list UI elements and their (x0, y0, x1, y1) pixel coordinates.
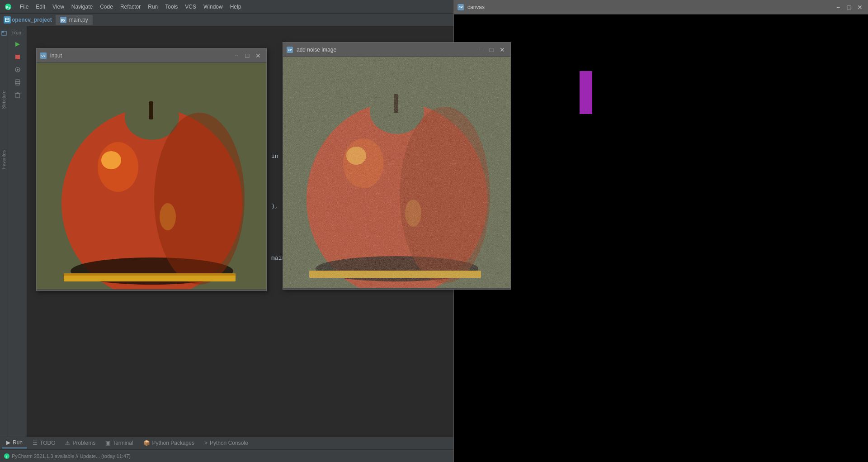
structure-label[interactable]: Structure (0, 87, 7, 113)
menu-view[interactable]: View (49, 2, 68, 12)
noise-close-button[interactable]: ✕ (498, 45, 507, 54)
noise-window-title: add noise image (297, 47, 472, 53)
input-window-buttons: − □ ✕ (232, 51, 263, 60)
svg-point-19 (98, 142, 138, 192)
input-window-titlebar: cv input − □ ✕ (37, 48, 266, 63)
noise-window-titlebar: cv add noise image − □ ✕ (283, 43, 510, 57)
app-logo: Py (4, 2, 13, 11)
tab-terminal[interactable]: ▣ Terminal (101, 438, 137, 448)
run-trash-button[interactable] (10, 90, 25, 100)
input-window: cv input − □ ✕ (36, 48, 267, 291)
file-tab-label: main.py (69, 17, 88, 23)
todo-tab-icon: ☰ (33, 440, 38, 446)
menu-refactor[interactable]: Refactor (117, 2, 144, 12)
run-tab-label: Run (13, 439, 23, 446)
svg-rect-5 (2, 31, 4, 33)
python-packages-tab-icon: 📦 (143, 440, 150, 446)
svg-rect-2 (5, 18, 9, 22)
canvas-maximize-button[interactable]: □ (844, 3, 854, 12)
run-settings-button[interactable] (10, 64, 25, 75)
code-visible-in: in (271, 153, 278, 160)
project-icon (4, 16, 11, 24)
problems-tab-label: Problems (72, 440, 95, 446)
input-apple-image (37, 63, 266, 289)
file-tab[interactable]: py main.py (56, 15, 93, 25)
tab-run[interactable]: ▶ Run (2, 438, 27, 448)
noise-minimize-button[interactable]: − (476, 45, 485, 54)
run-stop-button[interactable] (10, 52, 25, 62)
status-message: PyCharm 2021.1.3 available // Update... … (12, 453, 131, 459)
svg-text:!: ! (6, 455, 7, 458)
tab-python-packages[interactable]: 📦 Python Packages (139, 438, 199, 448)
svg-text:Py: Py (6, 5, 10, 10)
noise-maximize-button[interactable]: □ (487, 45, 496, 54)
left-sidebar: Structure Favorites (0, 26, 8, 437)
python-console-tab-icon: > (204, 440, 208, 446)
canvas-purple-rect (580, 71, 592, 114)
project-label: opencv_project (12, 17, 52, 23)
menu-navigate[interactable]: Navigate (68, 2, 96, 12)
canvas-close-button[interactable]: ✕ (855, 3, 864, 12)
svg-rect-18 (149, 101, 153, 119)
structure-sidebar: Structure (0, 87, 7, 114)
python-packages-tab-label: Python Packages (152, 440, 194, 446)
canvas-body (454, 14, 868, 462)
menu-edit[interactable]: Edit (32, 2, 49, 12)
input-window-icon: cv (40, 52, 47, 59)
terminal-tab-label: Terminal (113, 440, 133, 446)
todo-tab-label: TODO (40, 440, 55, 446)
tab-todo[interactable]: ☰ TODO (28, 438, 60, 448)
input-minimize-button[interactable]: − (232, 51, 241, 60)
run-print-button[interactable] (10, 77, 25, 88)
favorites-label[interactable]: Favorites (0, 147, 7, 172)
tab-python-console[interactable]: > Python Console (200, 438, 253, 448)
menu-window[interactable]: Window (200, 2, 226, 12)
run-label: Run: (12, 30, 23, 35)
svg-point-23 (154, 113, 245, 285)
code-visible-paren: ), (271, 203, 278, 210)
run-rerun-button[interactable] (10, 39, 25, 50)
svg-point-8 (17, 69, 19, 71)
svg-rect-37 (283, 57, 510, 288)
canvas-titlebar: cv canvas − □ ✕ (454, 0, 868, 14)
menu-help[interactable]: Help (226, 2, 245, 12)
noise-apple-image (283, 57, 510, 288)
menu-file[interactable]: File (16, 2, 32, 12)
noise-window-icon: cv (287, 47, 293, 53)
run-label-area: Run: (12, 30, 23, 35)
svg-rect-12 (16, 94, 19, 98)
noise-window-content (283, 57, 510, 289)
run-toolbar: Run: (8, 26, 27, 437)
project-sidebar-icon[interactable] (1, 30, 7, 36)
tab-problems[interactable]: ⚠ Problems (61, 438, 100, 448)
noise-window: cv add noise image − □ ✕ (283, 42, 511, 290)
menu-run[interactable]: Run (144, 2, 161, 12)
svg-rect-6 (15, 55, 20, 59)
input-window-content (37, 63, 266, 291)
canvas-minimize-button[interactable]: − (834, 3, 843, 12)
input-maximize-button[interactable]: □ (243, 51, 252, 60)
canvas-window-title: canvas (467, 4, 830, 10)
python-console-tab-label: Python Console (210, 440, 248, 446)
pycharm-update-icon: ! (4, 453, 10, 459)
menu-code[interactable]: Code (96, 2, 117, 12)
noise-window-buttons: − □ ✕ (476, 45, 507, 54)
canvas-window-icon: cv (458, 4, 464, 10)
problems-tab-icon: ⚠ (65, 440, 70, 446)
svg-point-20 (101, 151, 121, 169)
input-window-title: input (50, 52, 228, 59)
run-tab-icon: ▶ (6, 439, 10, 446)
terminal-tab-icon: ▣ (105, 440, 110, 446)
favorites-sidebar: Favorites (0, 147, 7, 174)
file-tab-icon: py (60, 17, 66, 23)
svg-rect-25 (64, 273, 236, 276)
canvas-window-buttons: − □ ✕ (834, 3, 864, 12)
menu-vcs[interactable]: VCS (181, 2, 200, 12)
input-close-button[interactable]: ✕ (254, 51, 263, 60)
canvas-window: cv canvas − □ ✕ (453, 0, 868, 462)
menu-tools[interactable]: Tools (161, 2, 181, 12)
main-content: Structure Favorites Run: (0, 26, 868, 437)
